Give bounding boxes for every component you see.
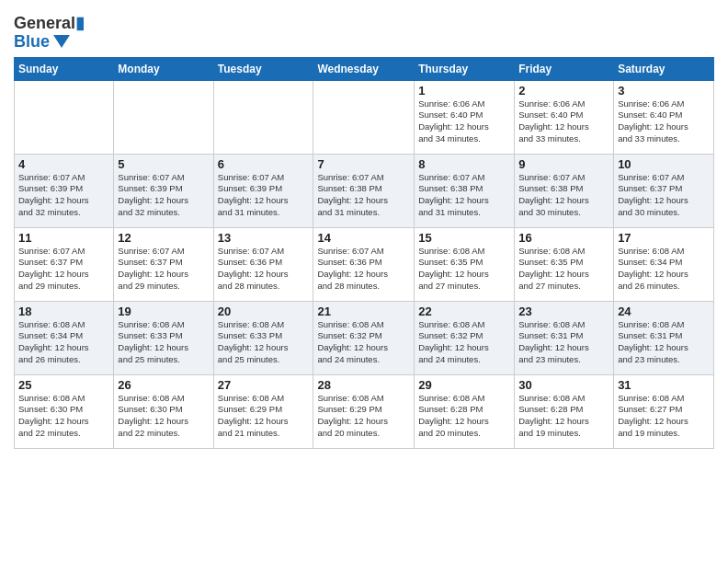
day-number: 15 — [418, 231, 510, 245]
calendar-cell: 21Sunrise: 6:08 AM Sunset: 6:32 PM Dayli… — [313, 301, 415, 374]
day-number: 8 — [418, 157, 510, 171]
cell-info: Sunrise: 6:07 AM Sunset: 6:37 PM Dayligh… — [18, 246, 109, 293]
day-number: 4 — [18, 157, 109, 171]
day-number: 18 — [18, 304, 109, 318]
calendar-week-row: 4Sunrise: 6:07 AM Sunset: 6:39 PM Daylig… — [15, 154, 714, 227]
cell-info: Sunrise: 6:08 AM Sunset: 6:28 PM Dayligh… — [418, 393, 510, 440]
day-number: 29 — [418, 378, 510, 392]
day-number: 14 — [317, 231, 410, 245]
calendar-cell — [15, 80, 114, 154]
calendar-cell: 16Sunrise: 6:08 AM Sunset: 6:35 PM Dayli… — [515, 227, 614, 301]
calendar-cell: 12Sunrise: 6:07 AM Sunset: 6:37 PM Dayli… — [114, 227, 213, 301]
calendar-cell: 28Sunrise: 6:08 AM Sunset: 6:29 PM Dayli… — [313, 374, 415, 448]
calendar-cell: 10Sunrise: 6:07 AM Sunset: 6:37 PM Dayli… — [614, 154, 714, 227]
logo-text: General▮ — [14, 15, 85, 33]
calendar-cell: 23Sunrise: 6:08 AM Sunset: 6:31 PM Dayli… — [515, 301, 614, 374]
calendar-cell: 26Sunrise: 6:08 AM Sunset: 6:30 PM Dayli… — [114, 374, 213, 448]
cell-info: Sunrise: 6:08 AM Sunset: 6:35 PM Dayligh… — [518, 246, 609, 293]
day-number: 12 — [118, 231, 209, 245]
cell-info: Sunrise: 6:08 AM Sunset: 6:34 PM Dayligh… — [18, 319, 109, 366]
page-header: General▮ Blue — [14, 9, 714, 52]
calendar-week-row: 1Sunrise: 6:06 AM Sunset: 6:40 PM Daylig… — [15, 80, 714, 154]
calendar-cell — [313, 80, 415, 154]
calendar-cell: 29Sunrise: 6:08 AM Sunset: 6:28 PM Dayli… — [415, 374, 515, 448]
calendar-cell: 11Sunrise: 6:07 AM Sunset: 6:37 PM Dayli… — [15, 227, 114, 301]
cell-info: Sunrise: 6:08 AM Sunset: 6:34 PM Dayligh… — [618, 246, 710, 293]
calendar-cell: 22Sunrise: 6:08 AM Sunset: 6:32 PM Dayli… — [415, 301, 515, 374]
day-number: 31 — [618, 378, 710, 392]
calendar-cell: 18Sunrise: 6:08 AM Sunset: 6:34 PM Dayli… — [15, 301, 114, 374]
calendar-week-row: 18Sunrise: 6:08 AM Sunset: 6:34 PM Dayli… — [15, 301, 714, 374]
calendar-cell: 15Sunrise: 6:08 AM Sunset: 6:35 PM Dayli… — [415, 227, 515, 301]
cell-info: Sunrise: 6:08 AM Sunset: 6:29 PM Dayligh… — [317, 393, 410, 440]
weekday-header-cell: Thursday — [415, 57, 515, 80]
calendar-cell: 13Sunrise: 6:07 AM Sunset: 6:36 PM Dayli… — [213, 227, 313, 301]
calendar-week-row: 25Sunrise: 6:08 AM Sunset: 6:30 PM Dayli… — [15, 374, 714, 448]
cell-info: Sunrise: 6:08 AM Sunset: 6:32 PM Dayligh… — [418, 319, 510, 366]
cell-info: Sunrise: 6:06 AM Sunset: 6:40 PM Dayligh… — [418, 98, 510, 145]
weekday-header-cell: Friday — [515, 57, 614, 80]
day-number: 1 — [418, 84, 510, 98]
calendar-cell: 24Sunrise: 6:08 AM Sunset: 6:31 PM Dayli… — [614, 301, 714, 374]
cell-info: Sunrise: 6:08 AM Sunset: 6:33 PM Dayligh… — [118, 319, 209, 366]
day-number: 24 — [618, 304, 710, 318]
cell-info: Sunrise: 6:07 AM Sunset: 6:39 PM Dayligh… — [218, 172, 310, 219]
day-number: 5 — [118, 157, 209, 171]
calendar-cell: 3Sunrise: 6:06 AM Sunset: 6:40 PM Daylig… — [614, 80, 714, 154]
weekday-header-row: SundayMondayTuesdayWednesdayThursdayFrid… — [15, 57, 714, 80]
day-number: 23 — [518, 304, 609, 318]
day-number: 27 — [218, 378, 310, 392]
weekday-header-cell: Wednesday — [313, 57, 415, 80]
calendar-body: 1Sunrise: 6:06 AM Sunset: 6:40 PM Daylig… — [15, 80, 714, 448]
calendar-cell: 31Sunrise: 6:08 AM Sunset: 6:27 PM Dayli… — [614, 374, 714, 448]
day-number: 13 — [218, 231, 310, 245]
cell-info: Sunrise: 6:08 AM Sunset: 6:30 PM Dayligh… — [118, 393, 209, 440]
weekday-header-cell: Monday — [114, 57, 213, 80]
day-number: 10 — [618, 157, 710, 171]
day-number: 6 — [218, 157, 310, 171]
day-number: 26 — [118, 378, 209, 392]
day-number: 22 — [418, 304, 510, 318]
calendar-week-row: 11Sunrise: 6:07 AM Sunset: 6:37 PM Dayli… — [15, 227, 714, 301]
cell-info: Sunrise: 6:07 AM Sunset: 6:37 PM Dayligh… — [118, 246, 209, 293]
calendar-cell: 4Sunrise: 6:07 AM Sunset: 6:39 PM Daylig… — [15, 154, 114, 227]
cell-info: Sunrise: 6:07 AM Sunset: 6:39 PM Dayligh… — [118, 172, 209, 219]
logo: General▮ Blue — [14, 15, 85, 52]
day-number: 17 — [618, 231, 710, 245]
calendar-cell: 6Sunrise: 6:07 AM Sunset: 6:39 PM Daylig… — [213, 154, 313, 227]
calendar-cell: 20Sunrise: 6:08 AM Sunset: 6:33 PM Dayli… — [213, 301, 313, 374]
cell-info: Sunrise: 6:08 AM Sunset: 6:31 PM Dayligh… — [618, 319, 710, 366]
calendar-cell: 27Sunrise: 6:08 AM Sunset: 6:29 PM Dayli… — [213, 374, 313, 448]
cell-info: Sunrise: 6:07 AM Sunset: 6:39 PM Dayligh… — [18, 172, 109, 219]
cell-info: Sunrise: 6:07 AM Sunset: 6:38 PM Dayligh… — [317, 172, 410, 219]
weekday-header-cell: Sunday — [15, 57, 114, 80]
cell-info: Sunrise: 6:08 AM Sunset: 6:30 PM Dayligh… — [18, 393, 109, 440]
day-number: 16 — [518, 231, 609, 245]
logo-arrow-icon — [53, 35, 70, 48]
day-number: 2 — [518, 84, 609, 98]
calendar-cell: 5Sunrise: 6:07 AM Sunset: 6:39 PM Daylig… — [114, 154, 213, 227]
cell-info: Sunrise: 6:08 AM Sunset: 6:29 PM Dayligh… — [218, 393, 310, 440]
weekday-header-cell: Tuesday — [213, 57, 313, 80]
calendar-cell: 17Sunrise: 6:08 AM Sunset: 6:34 PM Dayli… — [614, 227, 714, 301]
cell-info: Sunrise: 6:07 AM Sunset: 6:38 PM Dayligh… — [418, 172, 510, 219]
cell-info: Sunrise: 6:07 AM Sunset: 6:36 PM Dayligh… — [317, 246, 410, 293]
calendar-cell — [114, 80, 213, 154]
calendar-cell — [213, 80, 313, 154]
calendar-cell: 19Sunrise: 6:08 AM Sunset: 6:33 PM Dayli… — [114, 301, 213, 374]
cell-info: Sunrise: 6:07 AM Sunset: 6:36 PM Dayligh… — [218, 246, 310, 293]
calendar-cell: 8Sunrise: 6:07 AM Sunset: 6:38 PM Daylig… — [415, 154, 515, 227]
cell-info: Sunrise: 6:08 AM Sunset: 6:31 PM Dayligh… — [518, 319, 609, 366]
day-number: 3 — [618, 84, 710, 98]
calendar-cell: 30Sunrise: 6:08 AM Sunset: 6:28 PM Dayli… — [515, 374, 614, 448]
calendar-table: SundayMondayTuesdayWednesdayThursdayFrid… — [14, 57, 714, 449]
calendar-cell: 9Sunrise: 6:07 AM Sunset: 6:38 PM Daylig… — [515, 154, 614, 227]
calendar-cell: 1Sunrise: 6:06 AM Sunset: 6:40 PM Daylig… — [415, 80, 515, 154]
calendar-cell: 25Sunrise: 6:08 AM Sunset: 6:30 PM Dayli… — [15, 374, 114, 448]
day-number: 7 — [317, 157, 410, 171]
weekday-header-cell: Saturday — [614, 57, 714, 80]
cell-info: Sunrise: 6:08 AM Sunset: 6:35 PM Dayligh… — [418, 246, 510, 293]
day-number: 21 — [317, 304, 410, 318]
day-number: 30 — [518, 378, 609, 392]
day-number: 9 — [518, 157, 609, 171]
